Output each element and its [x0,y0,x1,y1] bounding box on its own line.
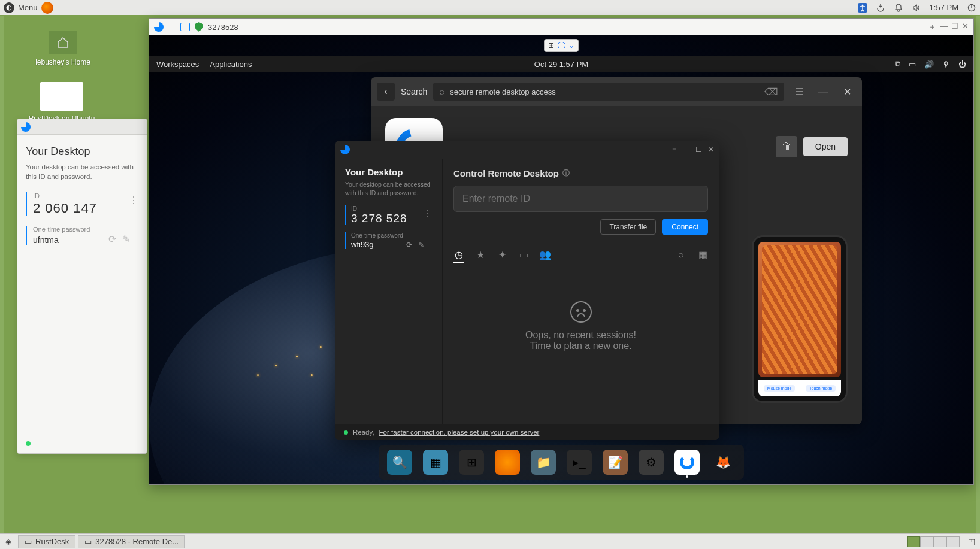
menu-label[interactable]: Menu [18,3,38,12]
session-toolbar-pill[interactable]: ⊞ ⛶ ⌄ [544,39,579,52]
window-icon: ▭ [84,537,92,546]
inner-edit-otp-icon[interactable]: ✎ [418,241,424,249]
uninstall-button[interactable]: 🗑 [776,136,797,157]
dock-settings-icon[interactable]: ⚙ [639,450,664,475]
inner-your-desktop-heading: Your Desktop [345,167,432,177]
tab-discovered[interactable]: ✦ [497,249,507,260]
inner-maximize-button[interactable]: ☐ [695,145,702,154]
software-headerbar: ‹ Search ⌕ ⌫ ☰ — ✕ [371,77,862,106]
id-label: ID [33,192,138,199]
connect-button[interactable]: Connect [662,219,708,235]
remote-desktop-viewport[interactable]: ⊞ ⛶ ⌄ Workspaces Applications Oct 29 1:5… [149,35,973,484]
dock-gimp-icon[interactable]: 🦊 [710,450,736,475]
back-button[interactable]: ‹ [377,83,395,101]
dock-firefox-icon[interactable] [495,450,520,475]
inner-minimize-button[interactable]: — [682,145,689,154]
id-more-menu-icon[interactable]: ⋮ [129,195,138,206]
remote-session-window: 3278528 ＋ — ☐ ✕ ⊞ ⛶ ⌄ Workspaces Applica… [149,18,974,485]
transfer-file-button[interactable]: Transfer file [600,219,656,235]
minimize-button[interactable]: — [940,22,948,32]
sw-close-button[interactable]: ✕ [838,83,856,101]
distro-logo-icon[interactable]: ◐ [4,2,14,13]
updates-icon[interactable] [876,3,885,13]
inner-otp-block: One-time password wti93g ⟳ ✎ [345,232,432,249]
refresh-otp-icon[interactable]: ⟳ [108,233,116,245]
software-search-field[interactable]: ⌕ ⌫ [433,83,784,101]
phone-touch-mode: Touch mode [806,385,836,392]
maximize-button[interactable]: ☐ [951,22,958,32]
info-icon[interactable]: ⓘ [562,168,570,178]
power-icon[interactable] [967,3,976,13]
pin-icon[interactable]: ⊞ [548,41,554,50]
gnome-datetime[interactable]: Oct 29 1:57 PM [534,60,588,69]
monitor-icon[interactable] [180,23,190,31]
gnome-power-icon[interactable]: ⏻ [958,60,966,69]
inner-menu-button[interactable]: ≡ [672,145,676,154]
gnome-mic-icon[interactable]: 🎙 [942,60,950,69]
gnome-display-icon[interactable]: ▭ [909,60,916,69]
tab-address-book[interactable]: ▭ [518,249,529,260]
workspace-2[interactable] [920,536,933,547]
control-remote-heading: Control Remote Desktop ⓘ [453,168,708,178]
inner-refresh-otp-icon[interactable]: ⟳ [406,241,412,249]
expand-toolbar-icon[interactable]: ⌄ [568,41,574,50]
clear-search-icon[interactable]: ⌫ [764,86,778,98]
dock-magnifier-icon[interactable]: 🔍 [387,450,412,475]
inner-id-more-icon[interactable]: ⋮ [423,208,432,219]
show-desktop-button[interactable]: ◈ [1,535,16,548]
dock-rustdesk-icon[interactable] [674,450,700,475]
rustdesk-inner-titlebar[interactable]: ≡ — ☐ ✕ [335,141,719,159]
otp-label: One-time password [33,226,138,233]
new-tab-button[interactable]: ＋ [928,22,936,32]
workspace-4[interactable] [946,536,960,547]
firefox-launcher-icon[interactable] [41,2,53,14]
taskbar-item-remote-session[interactable]: ▭ 3278528 - Remote De... [78,535,185,548]
gnome-workspaces[interactable]: Workspaces [156,60,199,69]
workspace-1[interactable] [907,536,920,547]
rustdesk-local-window: Your Desktop Your desktop can be accesse… [17,119,147,454]
screen-share-icon[interactable]: ⧉ [895,59,900,69]
home-folder-icon[interactable]: lebushey's Home [27,31,99,66]
view-grid-icon[interactable]: ▦ [697,249,708,260]
tray-corner-button[interactable]: ◳ [964,535,979,548]
tab-favorites[interactable]: ★ [475,249,486,260]
rustdesk-logo-icon [21,122,31,132]
taskbar-item-rustdesk[interactable]: ▭ RustDesk [18,535,75,548]
your-desktop-heading: Your Desktop [26,145,138,158]
volume-icon[interactable] [912,3,921,13]
dock-terminal-icon[interactable]: ▸_ [567,450,592,475]
screenshot-phone-mockup: Mouse mode Touch mode [752,235,848,403]
host-clock[interactable]: 1:57 PM [930,3,958,12]
task-label-1: RustDesk [35,537,69,546]
workspace-switcher[interactable] [907,536,960,547]
fullscreen-icon[interactable]: ⛶ [558,41,565,50]
tab-group[interactable]: 👥 [540,249,551,260]
task-label-2: 3278528 - Remote De... [95,537,179,546]
sw-minimize-button[interactable]: — [814,83,832,101]
remote-session-titlebar[interactable]: 3278528 ＋ — ☐ ✕ [149,19,973,35]
edit-otp-icon[interactable]: ✎ [122,233,130,245]
remote-id-input[interactable] [453,186,708,212]
gnome-applications[interactable]: Applications [210,60,252,69]
close-button[interactable]: ✕ [962,22,969,32]
notifications-icon[interactable] [894,3,903,13]
tab-recent[interactable]: ◷ [453,252,464,263]
dock-notes-icon[interactable]: 📝 [603,450,628,475]
your-desktop-description: Your desktop can be accessed with this I… [26,163,138,181]
gnome-volume-icon[interactable]: 🔊 [924,60,934,69]
dock-apps-grid-icon[interactable]: ⊞ [459,450,484,475]
setup-server-link[interactable]: For faster connection, please set up you… [379,429,540,436]
rustdesk-shortcut-icon[interactable]: RustDesk on Ubuntu [26,82,98,123]
hamburger-menu-icon[interactable]: ☰ [790,83,808,101]
workspace-3[interactable] [933,536,946,547]
dock-tiles-icon[interactable]: ▦ [423,450,448,475]
open-app-button[interactable]: Open [803,137,848,156]
inner-close-button[interactable]: ✕ [708,145,714,154]
rustdesk-local-titlebar[interactable] [17,119,147,135]
accessibility-icon[interactable] [858,3,867,13]
software-search-input[interactable] [450,87,760,96]
dock-files-icon[interactable]: 📁 [531,450,556,475]
status-ready-text: Ready, [353,429,374,436]
session-tab-id[interactable]: 3278528 [208,23,238,32]
search-sessions-icon[interactable]: ⌕ [676,249,686,260]
